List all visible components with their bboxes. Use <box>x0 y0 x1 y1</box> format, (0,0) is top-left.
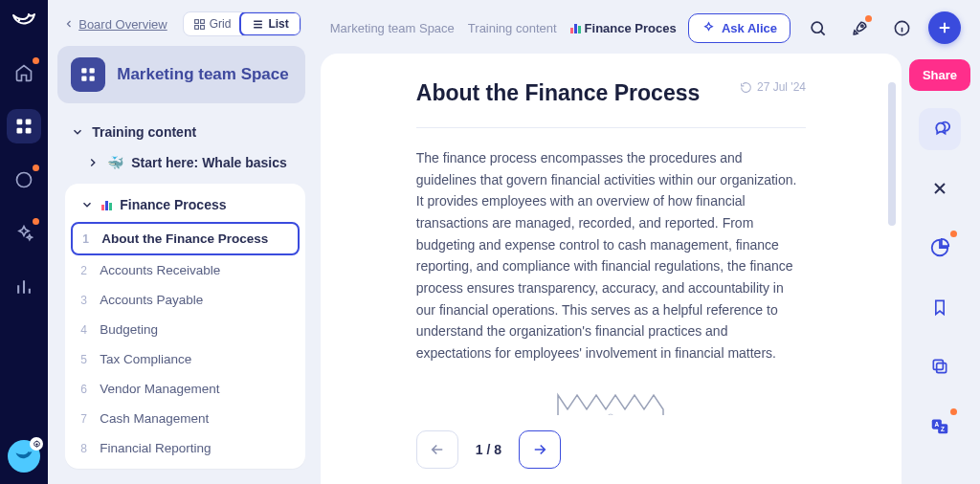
icon-rail <box>0 0 48 484</box>
bar-chart-icon <box>101 199 112 210</box>
nav-ai-icon[interactable] <box>7 216 41 251</box>
space-icon <box>71 57 105 92</box>
chevron-down-icon <box>71 125 84 139</box>
main-area: Marketing team Space Training content Fi… <box>313 0 980 484</box>
svg-rect-2 <box>26 120 32 125</box>
action-rail: Share AZ <box>913 54 967 484</box>
space-header[interactable]: Marketing team Space <box>57 46 305 103</box>
topbar: Marketing team Space Training content Fi… <box>313 0 980 54</box>
svg-rect-8 <box>194 25 198 29</box>
add-button[interactable] <box>928 11 961 44</box>
svg-rect-18 <box>937 363 947 373</box>
nav-home-icon[interactable] <box>7 55 41 90</box>
breadcrumb: Marketing team Space Training content Fi… <box>330 21 677 35</box>
scrollbar[interactable] <box>888 82 896 226</box>
document-illustration <box>416 385 806 415</box>
search-icon[interactable] <box>802 12 833 43</box>
comments-icon[interactable] <box>919 108 961 150</box>
pie-chart-icon[interactable] <box>919 227 961 269</box>
nav-analytics-icon[interactable] <box>7 270 41 304</box>
svg-rect-11 <box>90 68 95 73</box>
user-avatar[interactable] <box>8 440 40 473</box>
tree-node-start-here[interactable]: 🐳 Start here: Whale basics <box>57 147 305 178</box>
svg-point-0 <box>18 19 20 21</box>
settings-gear-icon <box>30 437 43 451</box>
divider <box>416 127 806 128</box>
svg-text:A: A <box>935 421 940 428</box>
tree-node-training[interactable]: Training content <box>57 117 305 147</box>
crumb-current[interactable]: Finance Process <box>570 21 677 35</box>
svg-rect-10 <box>81 68 86 73</box>
space-title: Marketing team Space <box>117 65 289 84</box>
sidebar: Board Overview Grid List Marketing team … <box>48 0 313 484</box>
pager: 1 / 8 <box>330 415 892 484</box>
view-toggle: Grid List <box>183 11 301 36</box>
rocket-icon[interactable] <box>844 12 875 43</box>
crumb-training[interactable]: Training content <box>468 21 557 35</box>
pager-label: 1 / 8 <box>476 442 501 457</box>
toc-item-3[interactable]: 3Accounts Payable <box>71 285 300 315</box>
close-icon[interactable] <box>919 167 961 209</box>
bar-chart-icon <box>570 22 581 33</box>
toc-item-6[interactable]: 6Vendor Management <box>71 374 300 404</box>
toc-item-1[interactable]: 1About the Finance Process <box>71 222 300 255</box>
board-overview-label: Board Overview <box>78 17 167 32</box>
pager-prev-button[interactable] <box>416 430 458 469</box>
toc-item-8[interactable]: 8Financial Reporting <box>71 433 300 463</box>
pager-next-button[interactable] <box>519 430 561 469</box>
svg-rect-4 <box>26 128 32 134</box>
svg-rect-12 <box>81 77 86 81</box>
toc-item-2[interactable]: 2Accounts Receivable <box>71 255 300 285</box>
nav-modules-icon[interactable] <box>7 163 41 197</box>
view-list-button[interactable]: List <box>239 11 301 36</box>
svg-text:Z: Z <box>941 426 945 432</box>
document-title: About the Finance Process <box>416 80 701 106</box>
chevron-down-icon <box>80 198 94 211</box>
toc-item-4[interactable]: 4Budgeting <box>71 315 300 344</box>
tree-node-finance[interactable]: Finance Process <box>71 193 300 222</box>
chevron-right-icon <box>86 156 100 169</box>
crumb-space[interactable]: Marketing team Space <box>330 21 455 35</box>
nav-boards-icon[interactable] <box>7 109 41 143</box>
svg-point-14 <box>812 22 822 33</box>
board-overview-link[interactable]: Board Overview <box>63 17 167 32</box>
whale-emoji-icon: 🐳 <box>107 155 123 170</box>
tree-node-finance-panel: Finance Process 1About the Finance Proce… <box>65 184 305 469</box>
svg-rect-19 <box>933 360 943 369</box>
toc-item-5[interactable]: 5Tax Compliance <box>71 344 300 374</box>
document-body: The finance process encompasses the proc… <box>416 147 806 364</box>
ask-alice-button[interactable]: Ask Alice <box>688 13 791 43</box>
toc-item-7[interactable]: 7Cash Management <box>71 404 300 433</box>
svg-rect-1 <box>17 120 23 125</box>
translate-icon[interactable]: AZ <box>919 405 961 447</box>
svg-rect-13 <box>90 77 95 81</box>
info-icon[interactable] <box>886 12 917 43</box>
svg-point-5 <box>35 443 37 445</box>
document-card: About the Finance Process 27 Jul '24 The… <box>321 54 902 484</box>
document-date: 27 Jul '24 <box>740 80 806 94</box>
view-grid-button[interactable]: Grid <box>184 12 241 35</box>
svg-rect-9 <box>200 25 204 29</box>
bookmark-icon[interactable] <box>919 286 961 328</box>
svg-point-15 <box>860 24 862 26</box>
whale-logo-icon <box>11 11 36 31</box>
svg-rect-6 <box>194 19 198 23</box>
nav-tree: Training content 🐳 Start here: Whale bas… <box>57 107 305 469</box>
copy-icon[interactable] <box>919 345 961 387</box>
share-button[interactable]: Share <box>909 59 970 91</box>
svg-rect-3 <box>17 128 23 134</box>
svg-rect-7 <box>200 19 204 23</box>
